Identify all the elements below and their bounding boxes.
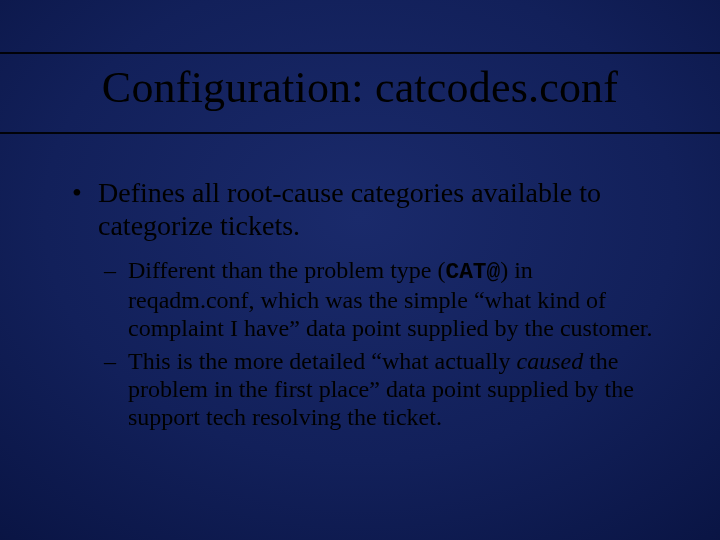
rule-bottom	[0, 132, 720, 134]
bullet-level1: Defines all root-cause categories availa…	[70, 176, 660, 242]
slide-body: Defines all root-cause categories availa…	[70, 176, 660, 436]
text: Different than the problem type (	[128, 257, 445, 283]
slide-title: Configuration: catcodes.conf	[0, 62, 720, 113]
emphasis: caused	[517, 348, 584, 374]
bullet-level2: This is the more detailed “what actually…	[102, 347, 660, 432]
text: This is the more detailed “what actually	[128, 348, 517, 374]
rule-top	[0, 52, 720, 54]
inline-code: CAT@	[445, 259, 500, 285]
slide: Configuration: catcodes.conf Defines all…	[0, 0, 720, 540]
bullet-level2: Different than the problem type (CAT@) i…	[102, 256, 660, 343]
